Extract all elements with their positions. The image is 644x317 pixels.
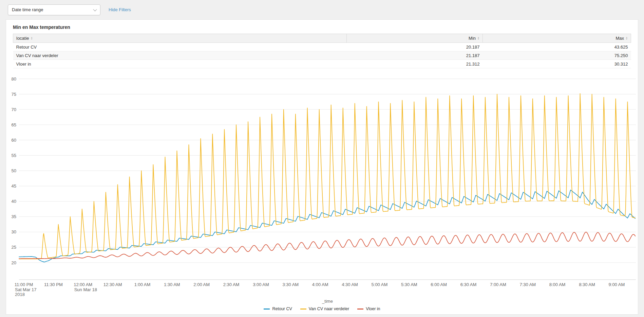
y-tick-label: 45 [12, 183, 16, 189]
x-tick-label: 6:00 AM [431, 282, 447, 287]
legend-label: Van CV naar verdeler [309, 306, 349, 311]
x-tick-label: 7:00 AM [490, 282, 506, 287]
sort-icon [626, 37, 628, 40]
y-tick-label: 50 [12, 168, 16, 173]
x-tick-label: 7:30 AM [519, 282, 536, 287]
y-tick-label: 60 [12, 138, 16, 143]
series-retour-cv[interactable] [19, 190, 635, 262]
legend-label: Retour CV [272, 306, 292, 311]
x-tick-date-label: Sat Mar 17 [15, 287, 37, 292]
y-tick-label: 65 [12, 122, 16, 127]
column-header-min[interactable]: Min [347, 34, 483, 43]
column-label-min: Min [469, 36, 476, 41]
x-tick-label: 5:30 AM [401, 282, 417, 287]
x-tick-label: 12:00 AM [74, 282, 92, 287]
column-header-locatie[interactable]: locatie [13, 34, 347, 43]
cell-max: 30.312 [482, 60, 631, 68]
y-tick-label: 40 [12, 199, 16, 204]
results-panel: Min en Max temperaturen locatie Min [6, 19, 638, 315]
date-time-range-dropdown[interactable]: Date time range [8, 4, 100, 15]
sort-icon [477, 37, 479, 40]
x-tick-label: 6:30 AM [460, 282, 477, 287]
cell-locatie: Van CV naar verdeler [13, 51, 347, 60]
x-tick-label: 3:00 AM [253, 282, 269, 287]
x-tick-label: 8:30 AM [579, 282, 595, 287]
x-tick-date-label: Sun Mar 18 [74, 287, 97, 292]
legend-swatch [264, 309, 270, 310]
y-tick-label: 55 [12, 153, 16, 158]
x-tick-label: 8:00 AM [549, 282, 566, 287]
series-vloer-in[interactable] [19, 232, 635, 259]
x-axis: 11:00 PMSat Mar 17201811:30 PM12:00 AMSu… [15, 280, 636, 304]
sort-icon [31, 37, 33, 40]
cell-min: 20.187 [347, 43, 483, 51]
date-time-range-label: Date time range [12, 7, 43, 12]
x-tick-label: 11:30 PM [44, 282, 63, 287]
legend-swatch [357, 309, 363, 310]
table-row-van-cv-naar-verdeler[interactable]: Van CV naar verdeler 21.187 75.250 [13, 51, 631, 60]
series-van-cv-naar-verdeler[interactable] [19, 93, 635, 259]
table-row-vloer-in[interactable]: Vloer in 21.312 30.312 [13, 60, 631, 68]
y-tick-label: 20 [12, 260, 16, 265]
y-grid: 20253035404550556065707580 [12, 76, 636, 265]
chart-legend: Retour CV Van CV naar verdeler Vloer in [6, 305, 638, 313]
legend-label: Vloer in [366, 306, 380, 311]
x-tick-label: 11:00 PM [15, 282, 33, 287]
x-tick-label: 1:00 AM [134, 282, 151, 287]
temperature-chart[interactable]: 2025303540455055606570758011:00 PMSat Ma… [6, 70, 638, 305]
chevron-down-icon [93, 7, 97, 11]
cell-min: 21.187 [347, 51, 483, 60]
y-tick-label: 30 [12, 229, 16, 234]
column-label-locatie: locatie [16, 36, 29, 41]
x-tick-label: 2:00 AM [193, 282, 210, 287]
x-tick-date-label: 2018 [15, 292, 25, 297]
x-tick-label: 4:00 AM [312, 282, 328, 287]
summary-table: locatie Min Max [13, 34, 631, 68]
x-tick-label: 2:30 AM [223, 282, 240, 287]
x-tick-label: 3:30 AM [282, 282, 299, 287]
x-tick-label: 4:30 AM [342, 282, 358, 287]
x-tick-label: 1:30 AM [164, 282, 180, 287]
hide-filters-link[interactable]: Hide Filters [109, 7, 131, 12]
panel-title: Min en Max temperaturen [6, 20, 638, 34]
x-tick-label: 9:00 AM [609, 282, 625, 287]
x-tick-label: 5:00 AM [372, 282, 388, 287]
column-header-max[interactable]: Max [482, 34, 631, 43]
cell-locatie: Retour CV [13, 43, 347, 51]
cell-min: 21.312 [347, 60, 483, 68]
cell-max: 43.625 [482, 43, 631, 51]
chart-area: 2025303540455055606570758011:00 PMSat Ma… [6, 68, 638, 313]
y-tick-label: 75 [12, 92, 16, 97]
table-row-retour-cv[interactable]: Retour CV 20.187 43.625 [13, 43, 631, 51]
filter-bar: Date time range Hide Filters [0, 0, 644, 19]
cell-locatie: Vloer in [13, 60, 347, 68]
y-tick-label: 35 [12, 214, 16, 219]
table-header-row: locatie Min Max [13, 34, 631, 43]
x-axis-title: _time [322, 299, 333, 304]
legend-item-retour-cv[interactable]: Retour CV [264, 306, 292, 311]
legend-item-vloer-in[interactable]: Vloer in [357, 306, 380, 311]
column-label-max: Max [615, 36, 624, 41]
legend-swatch [300, 309, 306, 310]
y-tick-label: 25 [12, 245, 16, 250]
legend-item-van-cv-naar-verdeler[interactable]: Van CV naar verdeler [300, 306, 349, 311]
y-tick-label: 70 [12, 107, 16, 112]
x-tick-label: 12:30 AM [103, 282, 122, 287]
y-tick-label: 80 [12, 76, 16, 82]
cell-max: 75.250 [482, 51, 631, 60]
